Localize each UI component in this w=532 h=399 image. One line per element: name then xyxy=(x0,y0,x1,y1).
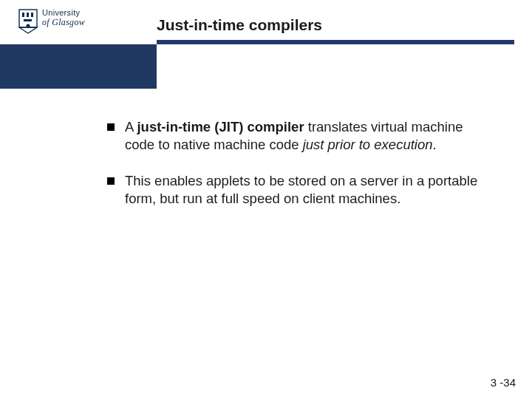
title-underline xyxy=(157,40,514,44)
bullet-item: A just-in-time (JIT) compiler translates… xyxy=(107,118,491,153)
slide-header: University of Glasgow Just-in-time compi… xyxy=(0,0,532,89)
header-blue-band xyxy=(0,44,157,89)
crest-icon xyxy=(18,9,38,34)
slide-title: Just-in-time compilers xyxy=(157,16,322,34)
svg-rect-3 xyxy=(31,13,33,17)
bullet-text: This enables applets to be stored on a s… xyxy=(125,172,491,207)
slide-content: A just-in-time (JIT) compiler translates… xyxy=(107,118,491,227)
b1-pre: A xyxy=(125,119,137,134)
b1-bold: just-in-time (JIT) compiler xyxy=(137,119,304,134)
logo-text: University of Glasgow xyxy=(42,9,85,27)
bullet-marker-icon xyxy=(107,177,115,185)
bullet-marker-icon xyxy=(107,123,115,131)
bullet-text: A just-in-time (JIT) compiler translates… xyxy=(125,118,491,153)
logo-line1: University xyxy=(42,9,85,18)
university-logo: University of Glasgow xyxy=(18,9,85,34)
b1-italic: just prior to execution xyxy=(303,137,433,152)
page-number: 3 -34 xyxy=(491,376,516,389)
svg-rect-1 xyxy=(22,13,24,17)
b1-post: . xyxy=(433,137,437,152)
bullet-item: This enables applets to be stored on a s… xyxy=(107,172,491,207)
svg-rect-4 xyxy=(24,19,32,21)
svg-point-5 xyxy=(27,24,30,28)
logo-line2: of Glasgow xyxy=(42,18,85,27)
svg-rect-2 xyxy=(27,13,29,17)
